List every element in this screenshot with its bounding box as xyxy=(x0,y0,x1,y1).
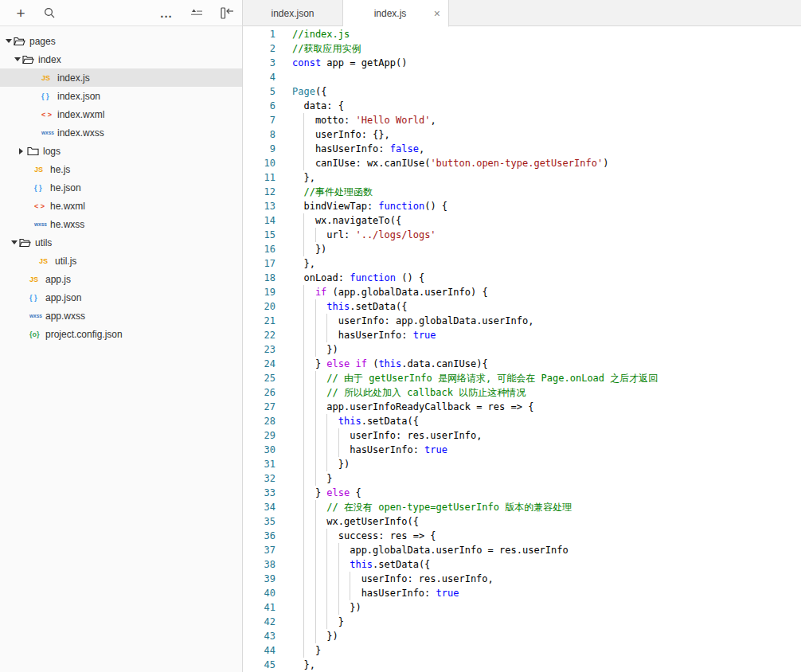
line-number: 36 xyxy=(243,529,275,543)
indent-guide xyxy=(315,385,326,400)
indent-guide xyxy=(326,557,338,572)
tree-item-he-wxml[interactable]: < >he.wxml xyxy=(0,197,242,215)
code-line: 12//事件处理函数 xyxy=(243,185,801,199)
chevron-right-icon[interactable] xyxy=(19,148,27,154)
code-line: 13bindViewTap: function() { xyxy=(243,199,801,213)
indent-guide xyxy=(338,600,350,615)
tab-index-json[interactable]: index.json xyxy=(243,0,343,26)
indent-guide xyxy=(303,328,315,342)
line-number: 2 xyxy=(243,41,275,56)
chevron-down-icon[interactable] xyxy=(11,240,19,244)
line-number: 18 xyxy=(243,271,275,285)
tree-item-index-wxss[interactable]: wxssindex.wxss xyxy=(0,123,242,142)
add-button[interactable]: + xyxy=(10,0,32,25)
tree-item-he-js[interactable]: JShe.js xyxy=(0,160,242,178)
tab-label: index.json xyxy=(271,8,314,19)
tree-item-index-wxml[interactable]: < >index.wxml xyxy=(0,105,242,123)
indent-guide xyxy=(315,471,326,486)
tab-index-js[interactable]: index.js × xyxy=(343,0,449,27)
tree-item-label: pages xyxy=(29,36,56,47)
indent-guide xyxy=(303,213,315,228)
indent-guide xyxy=(326,529,338,543)
indent-guide xyxy=(338,572,350,586)
line-number: 38 xyxy=(243,557,275,572)
indent-guide xyxy=(315,557,326,572)
tree-item-index-js[interactable]: JSindex.js xyxy=(0,68,242,87)
code-text: // 在没有 open-type=getUserInfo 版本的兼容处理 xyxy=(275,500,572,514)
chevron-down-icon[interactable] xyxy=(14,57,22,61)
indent-guide xyxy=(303,127,315,142)
tree-item-utils[interactable]: utils xyxy=(0,233,242,252)
search-button[interactable] xyxy=(38,0,61,25)
tree-item-label: index.wxml xyxy=(57,109,104,120)
line-number: 28 xyxy=(243,414,275,428)
tree-item-app-wxss[interactable]: wxssapp.wxss xyxy=(0,307,242,325)
indent-guide xyxy=(315,500,326,514)
indent-guide xyxy=(303,500,315,514)
chevron-down-icon[interactable] xyxy=(6,39,14,43)
indent-guide xyxy=(338,557,350,572)
indent-guide xyxy=(303,113,315,127)
explorer-toolbar: + ... xyxy=(0,0,243,26)
tree-item-app-js[interactable]: JSapp.js xyxy=(0,270,242,288)
code-text: if (app.globalData.userInfo) { xyxy=(275,285,488,299)
tree-item-index-json[interactable]: { }index.json xyxy=(0,87,242,105)
code-line: 10canIUse: wx.canIUse('button.open-type.… xyxy=(243,156,801,170)
code-line: 34// 在没有 open-type=getUserInfo 版本的兼容处理 xyxy=(243,500,801,514)
line-number: 23 xyxy=(243,342,275,357)
collapse-sidebar-button[interactable] xyxy=(216,0,238,25)
tree-item-util-js[interactable]: JSutil.js xyxy=(0,252,242,270)
indent-guide xyxy=(303,600,315,615)
code-editor[interactable]: 1//index.js2//获取应用实例3const app = getApp(… xyxy=(243,26,801,672)
line-number: 40 xyxy=(243,586,275,600)
indent-guide xyxy=(303,457,315,471)
indent-guide xyxy=(338,586,350,600)
indent-guide xyxy=(303,400,315,414)
indent-guide xyxy=(315,414,326,428)
indent-guide xyxy=(303,572,315,586)
more-button[interactable]: ... xyxy=(155,0,178,25)
indent-guide xyxy=(315,400,326,414)
sort-button[interactable] xyxy=(186,0,208,25)
indent-guide xyxy=(315,514,326,529)
code-line: 32} xyxy=(243,471,801,486)
indent-guide xyxy=(326,428,338,443)
tree-item-pages[interactable]: pages xyxy=(0,32,242,50)
tree-item-project-config-json[interactable]: {o}project.config.json xyxy=(0,325,242,343)
code-text: //事件处理函数 xyxy=(275,185,373,199)
code-line: 25// 由于 getUserInfo 是网络请求, 可能会在 Page.onL… xyxy=(243,371,801,385)
indent-guide xyxy=(338,443,350,457)
code-line: 30hasUserInfo: true xyxy=(243,443,801,457)
close-icon[interactable]: × xyxy=(434,8,440,19)
tree-item-app-json[interactable]: { }app.json xyxy=(0,288,242,307)
code-text: // 所以此处加入 callback 以防止这种情况 xyxy=(275,385,526,400)
config-file-icon: {o} xyxy=(29,330,45,338)
wxml-file-icon: < > xyxy=(41,111,57,119)
code-text: }) xyxy=(275,342,338,357)
tree-item-index[interactable]: index xyxy=(0,50,242,68)
indent-guide xyxy=(303,385,315,400)
indent-guide xyxy=(326,457,338,471)
code-text: }, xyxy=(275,170,315,185)
indent-guide xyxy=(303,557,315,572)
line-number: 21 xyxy=(243,314,275,328)
indent-guide xyxy=(315,543,326,557)
code-text: bindViewTap: function() { xyxy=(275,199,447,213)
indent-guide xyxy=(303,228,315,242)
indent-guide xyxy=(303,414,315,428)
code-text: }, xyxy=(275,256,315,271)
indent-guide xyxy=(326,600,338,615)
line-number: 14 xyxy=(243,213,275,228)
tree-item-he-json[interactable]: { }he.json xyxy=(0,178,242,197)
code-line: 33} else { xyxy=(243,486,801,500)
code-line: 14wx.navigateTo({ xyxy=(243,213,801,228)
code-line: 5Page({ xyxy=(243,84,801,99)
indent-guide xyxy=(315,572,326,586)
tab-bar: index.json index.js × xyxy=(243,0,801,26)
tree-item-logs[interactable]: logs xyxy=(0,142,242,160)
tree-item-he-wxss[interactable]: wxsshe.wxss xyxy=(0,215,242,233)
indent-guide xyxy=(303,486,315,500)
code-text: // 由于 getUserInfo 是网络请求, 可能会在 Page.onLoa… xyxy=(275,371,658,385)
app-window: + ... index.json xyxy=(0,0,801,672)
line-number: 7 xyxy=(243,113,275,127)
